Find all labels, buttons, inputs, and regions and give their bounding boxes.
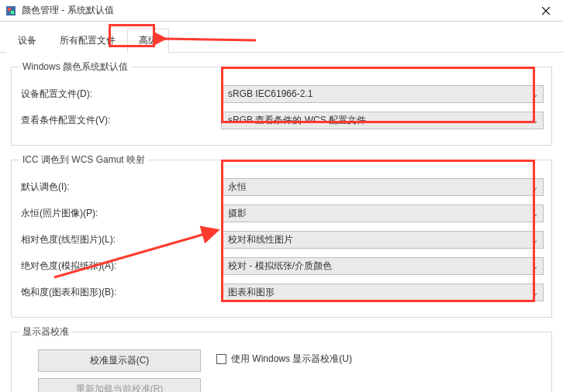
app-icon [5,5,17,17]
group-windows-defaults-legend: Windows 颜色系统默认值 [19,60,131,74]
button-calibrate-display[interactable]: 校准显示器(C) [38,349,201,372]
combo-relative-value: 校对和线性图片 [228,233,293,246]
combo-device-profile[interactable]: sRGB IEC61966-2.1 ⌄ [221,85,544,103]
group-display-calibration: 显示器校准 校准显示器(C) 重新加载当前校准(R) 使用 Windows 显示… [11,325,552,392]
chevron-down-icon: ⌄ [532,262,538,270]
group-icc-gamut-legend: ICC 调色到 WCS Gamut 映射 [19,153,148,167]
close-button[interactable] [528,0,563,22]
window-title: 颜色管理 - 系统默认值 [22,4,528,17]
chevron-down-icon: ⌄ [532,236,538,244]
button-reload-calibration: 重新加载当前校准(R) [38,378,201,392]
label-absolute: 绝对色度(模拟纸张)(A): [19,260,221,273]
chevron-down-icon: ⌄ [532,116,538,125]
tab-bar: 设备 所有配置文件 高级 [0,22,563,53]
combo-default-intent-value: 永恒 [228,181,247,194]
combo-relative[interactable]: 校对和线性图片⌄ [221,231,544,249]
chevron-down-icon: ⌄ [532,90,538,98]
group-windows-defaults: Windows 颜色系统默认值 设备配置文件(D): sRGB IEC61966… [11,60,552,146]
group-display-calibration-legend: 显示器校准 [19,325,72,339]
label-relative: 相对色度(线型图片)(L): [19,233,221,246]
label-device-profile: 设备配置文件(D): [19,88,221,101]
combo-absolute-value: 校对 - 模拟纸张/介质颜色 [228,260,332,273]
tab-all-profiles[interactable]: 所有配置文件 [48,29,127,53]
titlebar: 颜色管理 - 系统默认值 [0,0,563,22]
group-icc-gamut: ICC 调色到 WCS Gamut 映射 默认调色(I): 永恒⌄ 永恒(照片图… [11,153,552,318]
checkbox-label: 使用 Windows 显示器校准(U) [231,352,352,366]
tab-devices[interactable]: 设备 [6,29,48,53]
checkbox-box [216,354,226,364]
combo-perceptual[interactable]: 摄影⌄ [221,205,544,222]
svg-rect-1 [8,8,11,11]
svg-rect-2 [11,11,14,14]
tab-advanced[interactable]: 高级 [127,29,169,53]
combo-viewing-profile-value: sRGB 查看条件的 WCS 配置文件 [228,114,366,127]
combo-viewing-profile[interactable]: sRGB 查看条件的 WCS 配置文件 ⌄ [221,112,544,129]
checkbox-use-windows-calibration[interactable]: 使用 Windows 显示器校准(U) [216,352,352,366]
label-perceptual: 永恒(照片图像)(P): [19,207,221,220]
chevron-down-icon: ⌄ [532,209,538,218]
combo-device-profile-value: sRGB IEC61966-2.1 [228,88,313,99]
combo-saturation[interactable]: 图表和图形⌄ [221,284,544,301]
chevron-down-icon: ⌄ [532,183,538,191]
combo-saturation-value: 图表和图形 [228,286,275,299]
combo-absolute[interactable]: 校对 - 模拟纸张/介质颜色⌄ [221,257,544,275]
chevron-down-icon: ⌄ [532,288,538,297]
label-viewing-profile: 查看条件配置文件(V): [19,114,221,127]
label-saturation: 饱和度(图表和图形)(B): [19,286,221,299]
combo-default-intent[interactable]: 永恒⌄ [221,178,544,196]
close-icon [542,7,550,15]
combo-perceptual-value: 摄影 [228,207,247,220]
label-default-intent: 默认调色(I): [19,181,221,194]
